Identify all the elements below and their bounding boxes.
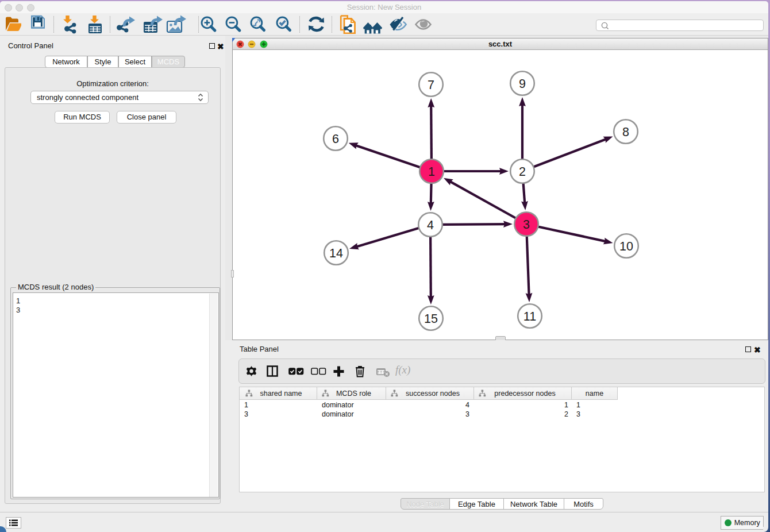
svg-text:7: 7 xyxy=(428,78,434,92)
svg-text:15: 15 xyxy=(424,312,438,326)
svg-text:9: 9 xyxy=(519,77,526,91)
svg-text:1: 1 xyxy=(428,165,435,179)
svg-text:4: 4 xyxy=(427,218,434,232)
svg-text:2: 2 xyxy=(519,165,526,179)
svg-text:6: 6 xyxy=(332,132,339,146)
svg-text:8: 8 xyxy=(622,125,629,139)
svg-text:14: 14 xyxy=(329,246,343,260)
svg-text:11: 11 xyxy=(523,310,536,323)
svg-text:10: 10 xyxy=(619,240,633,253)
svg-text:3: 3 xyxy=(523,218,530,232)
